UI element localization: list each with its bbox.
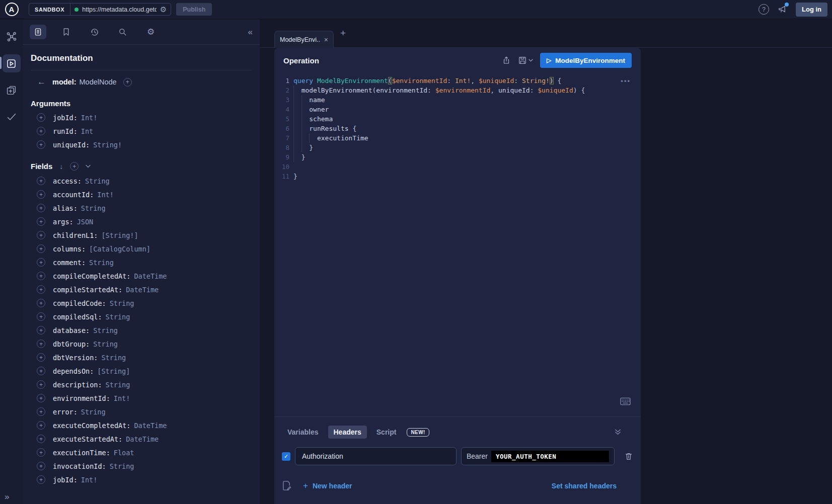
endpoint-settings-icon[interactable]: ⚙ bbox=[160, 6, 167, 13]
add-field-button[interactable]: + bbox=[37, 272, 45, 280]
field-type[interactable]: Int bbox=[81, 127, 93, 135]
field-type[interactable]: DateTime bbox=[134, 272, 167, 280]
explorer-icon[interactable] bbox=[3, 54, 21, 72]
add-field-button[interactable]: + bbox=[37, 435, 45, 443]
field-type[interactable]: [String] bbox=[97, 367, 130, 375]
field-name[interactable]: executeCompletedAt: bbox=[53, 422, 130, 430]
add-field-button[interactable]: + bbox=[37, 448, 45, 457]
publish-button[interactable]: Publish bbox=[176, 3, 212, 16]
collapse-panel-icon[interactable]: « bbox=[248, 27, 253, 37]
field-name[interactable]: environmentId: bbox=[53, 394, 110, 402]
request-tab-headers[interactable]: Headers bbox=[328, 426, 367, 439]
field-name[interactable]: accountId: bbox=[53, 191, 94, 199]
field-type[interactable]: String bbox=[85, 177, 110, 185]
field-type[interactable]: Int! bbox=[114, 394, 130, 402]
add-field-button[interactable]: + bbox=[37, 367, 45, 375]
field-name[interactable]: alias: bbox=[53, 204, 78, 212]
add-field-button[interactable]: + bbox=[37, 394, 45, 402]
endpoint-url-text[interactable]: https://metadata.cloud.getd bbox=[82, 6, 157, 13]
keyboard-shortcuts-icon[interactable] bbox=[620, 397, 631, 405]
add-field-button[interactable]: + bbox=[37, 380, 45, 389]
field-type[interactable]: String bbox=[93, 340, 118, 348]
field-type[interactable]: String bbox=[81, 204, 106, 212]
set-shared-headers-link[interactable]: Set shared headers bbox=[552, 482, 617, 490]
field-name[interactable]: compileStartedAt: bbox=[53, 286, 122, 294]
add-field-button[interactable]: + bbox=[37, 312, 45, 321]
add-type-button[interactable]: + bbox=[123, 78, 132, 87]
add-field-button[interactable]: + bbox=[37, 258, 45, 267]
add-all-fields-button[interactable]: + bbox=[70, 162, 79, 171]
expand-rail-icon[interactable]: » bbox=[5, 492, 8, 502]
field-type[interactable]: [CatalogColumn] bbox=[89, 245, 150, 253]
field-name[interactable]: compileCompletedAt: bbox=[53, 272, 130, 280]
save-group[interactable] bbox=[518, 56, 533, 65]
field-name[interactable]: compiledSql: bbox=[53, 313, 102, 321]
add-field-button[interactable]: + bbox=[37, 113, 45, 122]
field-type[interactable]: String bbox=[81, 408, 106, 416]
header-value-input[interactable]: Bearer YOUR_AUTH_TOKEN bbox=[461, 447, 615, 465]
field-name[interactable]: description: bbox=[53, 381, 102, 389]
field-name[interactable]: database: bbox=[53, 326, 90, 334]
field-name[interactable]: jobId: bbox=[53, 476, 78, 484]
field-type[interactable]: DateTime bbox=[126, 286, 159, 294]
back-icon[interactable]: ← bbox=[37, 77, 46, 87]
settings-icon[interactable]: ⚙ bbox=[142, 25, 159, 39]
field-name[interactable]: comment: bbox=[53, 259, 86, 267]
request-tab-script[interactable]: Script bbox=[371, 426, 402, 439]
field-type[interactable]: String bbox=[101, 354, 126, 362]
new-header-button[interactable]: + New header bbox=[303, 481, 352, 491]
graph-icon[interactable] bbox=[3, 28, 21, 46]
editor-code[interactable]: query ModelByEnvironment($environmentId:… bbox=[293, 76, 626, 181]
field-type[interactable]: Float bbox=[114, 449, 134, 457]
new-tab-icon[interactable]: + bbox=[340, 28, 346, 39]
close-tab-icon[interactable]: × bbox=[324, 36, 328, 44]
add-field-button[interactable]: + bbox=[37, 244, 45, 253]
add-field-button[interactable]: + bbox=[37, 407, 45, 416]
add-field-button[interactable]: + bbox=[37, 285, 45, 294]
add-field-button[interactable]: + bbox=[37, 299, 45, 307]
field-name[interactable]: access: bbox=[53, 177, 82, 185]
field-name[interactable]: error: bbox=[53, 408, 78, 416]
documentation-tab-icon[interactable] bbox=[30, 25, 46, 39]
field-type[interactable]: [String!] bbox=[101, 231, 138, 239]
add-field-button[interactable]: + bbox=[37, 127, 45, 135]
operation-tab[interactable]: ModelByEnvi... × bbox=[274, 31, 334, 48]
collections-icon[interactable] bbox=[3, 81, 21, 99]
field-name[interactable]: args: bbox=[53, 218, 73, 226]
add-field-button[interactable]: + bbox=[37, 217, 45, 226]
field-type[interactable]: String bbox=[106, 313, 130, 321]
save-menu-chevron-icon[interactable] bbox=[528, 59, 533, 62]
history-icon[interactable] bbox=[86, 25, 103, 39]
help-icon[interactable]: ? bbox=[759, 4, 769, 15]
bookmark-icon[interactable] bbox=[58, 25, 74, 39]
breadcrumb-type[interactable]: ModelNode bbox=[80, 78, 117, 86]
collapse-request-bar-icon[interactable] bbox=[614, 428, 622, 436]
operation-editor[interactable]: 1234567891011 query ModelByEnvironment($… bbox=[274, 76, 641, 413]
add-field-button[interactable]: + bbox=[37, 190, 45, 199]
field-type[interactable]: Int! bbox=[81, 114, 98, 122]
field-name[interactable]: executionTime: bbox=[53, 449, 110, 457]
field-type[interactable]: Int! bbox=[81, 476, 98, 484]
field-type[interactable]: DateTime bbox=[134, 422, 167, 430]
endpoint-url-input[interactable]: https://metadata.cloud.getd ⚙ bbox=[70, 4, 171, 15]
checks-icon[interactable] bbox=[3, 108, 21, 126]
add-field-button[interactable]: + bbox=[37, 340, 45, 348]
request-tab-variables[interactable]: Variables bbox=[282, 426, 324, 439]
field-name[interactable]: runId: bbox=[53, 127, 78, 135]
field-name[interactable]: compiledCode: bbox=[53, 299, 106, 307]
run-operation-button[interactable]: ▷ ModelByEnvironment bbox=[540, 53, 632, 68]
field-name[interactable]: jobId: bbox=[53, 114, 78, 122]
add-field-button[interactable]: + bbox=[37, 140, 45, 149]
add-field-button[interactable]: + bbox=[37, 177, 45, 185]
header-key-input[interactable]: Authorization bbox=[295, 447, 457, 465]
add-field-button[interactable]: + bbox=[37, 231, 45, 239]
field-name[interactable]: dependsOn: bbox=[53, 367, 94, 375]
apollo-logo[interactable]: A bbox=[0, 3, 23, 16]
field-type[interactable]: String bbox=[106, 381, 130, 389]
save-icon[interactable] bbox=[518, 56, 527, 65]
field-type[interactable]: String bbox=[110, 462, 134, 470]
editor-menu-icon[interactable]: ••• bbox=[621, 77, 631, 85]
field-type[interactable]: String bbox=[93, 326, 118, 334]
auth-token-value[interactable]: YOUR_AUTH_TOKEN bbox=[491, 451, 609, 462]
sort-fields-icon[interactable]: ↓ bbox=[59, 163, 63, 170]
